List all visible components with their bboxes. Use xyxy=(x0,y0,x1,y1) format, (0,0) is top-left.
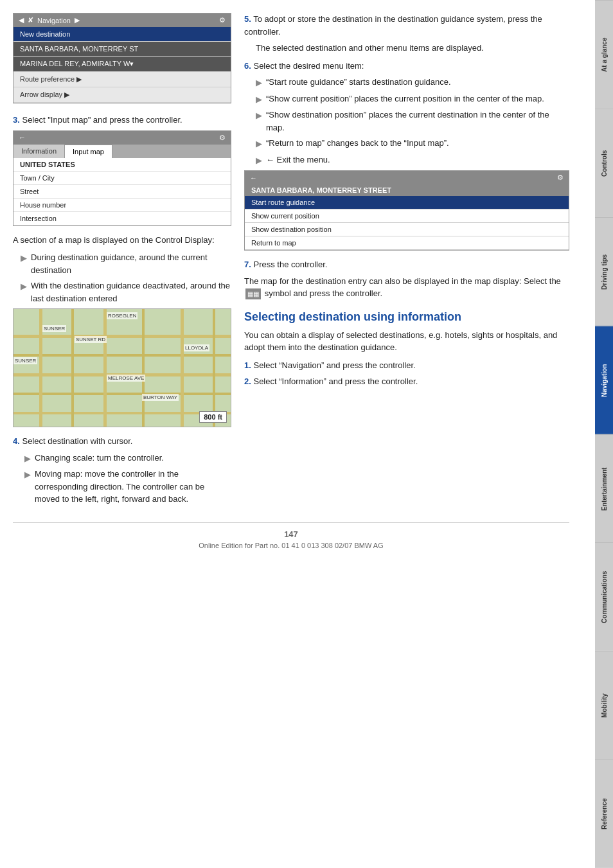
route-settings-icon: ⚙ xyxy=(557,173,564,182)
step-5-block: 5. To adopt or store the destination in … xyxy=(244,13,569,38)
nav-icon: ✘ xyxy=(28,16,33,24)
step-4-num: 4. xyxy=(13,436,20,446)
map-label-1: SUNSET RD xyxy=(75,336,107,343)
map-label-6: SUNSER xyxy=(13,357,37,364)
nav-item-arrow-display: Arrow display ▶ xyxy=(13,87,231,103)
bullet-arrow-4: ▶ xyxy=(24,468,31,506)
bullet-item-1: ▶ During destination guidance, around th… xyxy=(21,251,231,276)
step-6-bullets: ▶ “Start route guidance” starts destinat… xyxy=(256,76,569,166)
step-6-bullet-text-4: “Return to map” changes back to the “Inp… xyxy=(266,137,449,150)
step-4-bullet-text-1: Changing scale: turn the controller. xyxy=(35,452,164,465)
input-map-ui: ← ⚙ Information Input map UNITED STATES … xyxy=(13,130,231,226)
map-image: SUNSET RD MELROSE AVE BURTON WAY SUNSER … xyxy=(13,308,231,427)
step-4-bullet-1: ▶ Changing scale: turn the controller. xyxy=(24,452,231,465)
page-number: 147 xyxy=(13,529,569,539)
step-6-bullet-2: ▶ “Show current position” places the cur… xyxy=(256,93,569,106)
input-item-town: Town / City xyxy=(13,172,231,185)
tab-navigation[interactable]: Navigation xyxy=(595,326,613,434)
tab-input-map[interactable]: Input map xyxy=(64,145,112,158)
step-6-bullet-1: ▶ “Start route guidance” starts destinat… xyxy=(256,76,569,89)
section-step-2-num: 2. xyxy=(244,376,251,386)
step-6-bullet-text-3: “Show destination position” places the c… xyxy=(266,109,569,134)
input-item-street: Street xyxy=(13,185,231,199)
input-map-tabs: Information Input map xyxy=(13,145,231,158)
bullet-arrow-5: ▶ xyxy=(256,76,262,89)
map-note-para: The map for the destination entry can al… xyxy=(244,275,569,300)
step-4-block: 4. Select destination with cursor. xyxy=(13,435,231,448)
back-arrow-icon: ← xyxy=(19,134,26,141)
tab-driving-tips[interactable]: Driving tips xyxy=(595,217,613,326)
tab-mobility[interactable]: Mobility xyxy=(595,651,613,759)
map-distance: 800 ft xyxy=(199,411,227,423)
bullet-arrow-1: ▶ xyxy=(21,252,27,276)
step-6-bullet-text-2: “Show current position” places the curre… xyxy=(266,93,544,106)
step-5-text: To adopt or store the destination in the… xyxy=(244,14,542,37)
map-label-2: MELROSE AVE xyxy=(107,375,145,382)
side-tabs: At a glance Controls Driving tips Naviga… xyxy=(595,0,613,868)
bullet-arrow-3: ▶ xyxy=(24,452,31,465)
tab-reference[interactable]: Reference xyxy=(595,759,613,868)
left-arrow-icon: ◀ xyxy=(19,16,24,24)
section-intro: You can obtain a display of selected des… xyxy=(244,329,569,354)
map-note-text: The map for the destination entry can al… xyxy=(244,276,561,286)
map-symbol-icon: ▦▦ xyxy=(245,288,261,299)
right-arrow-icon: ▶ xyxy=(75,16,80,24)
tab-controls[interactable]: Controls xyxy=(595,109,613,217)
bullet-text-2: With the destination guidance deactivate… xyxy=(31,279,231,305)
navigation-ui-1: ◀ ✘ Navigation ▶ ⚙ New destination SANTA… xyxy=(13,13,231,103)
step-4-bullet-2: ▶ Moving map: move the controller in the… xyxy=(24,468,231,506)
route-ui-header: ← ⚙ xyxy=(245,171,569,184)
settings-icon-2: ⚙ xyxy=(219,134,226,142)
section-step-1-num: 1. xyxy=(244,360,251,370)
map-label-5: LLOYDLA xyxy=(184,344,209,351)
nav-item-route-pref: Route preference ▶ xyxy=(13,72,231,87)
tab-information[interactable]: Information xyxy=(13,145,64,158)
route-item-current: Show current position xyxy=(245,209,569,223)
map-bullet-list: ▶ During destination guidance, around th… xyxy=(21,251,231,305)
settings-icon: ⚙ xyxy=(219,16,226,24)
bullet-item-2: ▶ With the destination guidance deactiva… xyxy=(21,279,231,305)
section-step-2-text: Select “Information” and press the contr… xyxy=(253,376,418,386)
route-item-dest: Show destination position xyxy=(245,223,569,236)
bullet-arrow-8: ▶ xyxy=(256,137,262,150)
route-back-icon: ← xyxy=(250,174,257,182)
step-6-bullet-text-5: ← Exit the menu. xyxy=(266,154,330,167)
step-4-bullets: ▶ Changing scale: turn the controller. ▶… xyxy=(24,452,231,506)
step-3-num: 3. xyxy=(13,115,20,125)
tab-communications[interactable]: Communications xyxy=(595,542,613,651)
bullet-text-1: During destination guidance, around the … xyxy=(31,251,231,276)
footer-text: Online Edition for Part no. 01 41 0 013 … xyxy=(13,542,569,549)
nav-item-new-dest: New destination xyxy=(13,27,231,42)
right-column: 5. To adopt or store the destination in … xyxy=(244,13,569,509)
step-5-num: 5. xyxy=(244,14,251,24)
step-6-bullet-5: ▶ ← Exit the menu. xyxy=(256,154,569,167)
bullet-arrow-9: ▶ xyxy=(256,154,262,167)
map-label-4: SUNSER xyxy=(42,325,66,332)
tab-entertainment[interactable]: Entertainment xyxy=(595,434,613,543)
nav-ui-header: ◀ ✘ Navigation ▶ ⚙ xyxy=(13,13,231,27)
nav-header-label: Navigation xyxy=(37,17,71,24)
route-item-return: Return to map xyxy=(245,236,569,250)
map-label-3: BURTON WAY xyxy=(142,394,179,401)
input-item-country: UNITED STATES xyxy=(13,158,231,172)
step-4-text: Select destination with cursor. xyxy=(22,436,132,446)
bullet-arrow-6: ▶ xyxy=(256,93,262,106)
tab-at-a-glance[interactable]: At a glance xyxy=(595,0,613,109)
route-guidance-ui: ← ⚙ SANTA BARBARA, MONTERREY STREET Star… xyxy=(244,170,569,251)
nav-item-marina: MARINA DEL REY, ADMIRALTY W▾ xyxy=(13,57,231,72)
step-7-num: 7. xyxy=(244,260,251,269)
section-heading: Selecting destination using information xyxy=(244,310,569,324)
route-item-start: Start route guidance xyxy=(245,196,569,209)
section-step-1-text: Select “Navigation” and press the contro… xyxy=(253,360,415,370)
route-destination-title: SANTA BARBARA, MONTERREY STREET xyxy=(245,184,569,196)
step-6-bullet-4: ▶ “Return to map” changes back to the “I… xyxy=(256,137,569,150)
section-step-2-block: 2. Select “Information” and press the co… xyxy=(244,375,569,388)
step-6-bullet-3: ▶ “Show destination position” places the… xyxy=(256,109,569,134)
footer: 147 Online Edition for Part no. 01 41 0 … xyxy=(13,522,569,549)
step-6-block: 6. Select the desired menu item: xyxy=(244,60,569,73)
bullet-arrow-2: ▶ xyxy=(21,280,27,305)
step-3-block: 3. Select "Input map" and press the cont… xyxy=(13,114,231,127)
input-item-intersection: Intersection xyxy=(13,212,231,226)
step-5-sub: The selected destination and other menu … xyxy=(256,42,569,55)
input-item-house: House number xyxy=(13,199,231,212)
